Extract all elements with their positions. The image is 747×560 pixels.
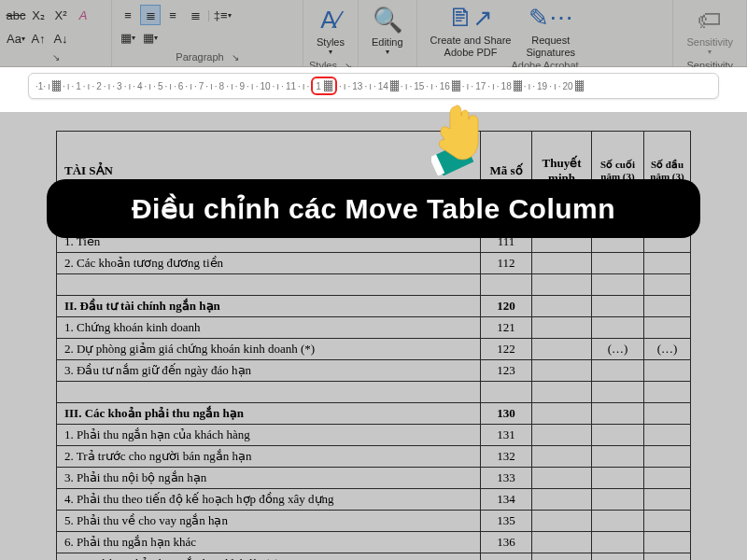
- start-cell: [644, 253, 691, 274]
- asset-cell: 1. Phải thu ngắn hạn của khách hàng: [57, 425, 481, 446]
- table-row[interactable]: 3. Đầu tư nắm giữ đến ngày đáo hạn123: [57, 360, 691, 382]
- acrobat-group: 🖹↗ Create and Share Adobe PDF ✎⋯ Request…: [417, 0, 674, 66]
- sensitivity-button[interactable]: 🏷 Sensitivity ▾: [679, 4, 740, 58]
- find-icon: 🔍: [373, 6, 402, 35]
- pointing-hand-icon: [431, 101, 487, 175]
- superscript-button[interactable]: X²: [50, 5, 71, 25]
- start-cell: [644, 489, 691, 511]
- table-row[interactable]: 1. Chứng khoán kinh doanh121: [57, 317, 691, 339]
- paragraph-group-label: Paragraph: [176, 51, 223, 63]
- asset-cell: II. Đầu tư tài chính ngắn hạn: [57, 296, 481, 317]
- code-cell: 131: [481, 425, 532, 446]
- align-center-button[interactable]: ≣: [140, 5, 161, 25]
- borders-button[interactable]: ▦▾: [140, 28, 161, 49]
- editing-button-label: Editing: [372, 36, 403, 48]
- sensitivity-button-label: Sensitivity: [686, 36, 733, 48]
- code-cell: 132: [481, 446, 532, 468]
- asset-cell: 3. Phải thu nội bộ ngắn hạn: [57, 468, 481, 489]
- spacer-row: [57, 274, 691, 296]
- horizontal-ruler[interactable]: ·1·ı·ı·1·ı·2·ı·3·ı·4·ı·5·ı·6·ı·7·ı·8·ı·9…: [28, 73, 719, 99]
- asset-cell: 2. Trả trước cho người bán ngắn hạn: [57, 446, 481, 468]
- justify-button[interactable]: ≣: [185, 5, 205, 25]
- note-cell: [532, 403, 592, 425]
- table-row[interactable]: 2. Trả trước cho người bán ngắn hạn132: [57, 446, 691, 468]
- shading-button[interactable]: ▦▾: [118, 28, 138, 49]
- note-cell: [532, 339, 592, 360]
- end-cell: [592, 511, 644, 532]
- align-right-button[interactable]: ≡: [162, 5, 183, 25]
- table-row[interactable]: 5. Phải thu về cho vay ngắn hạn135: [57, 511, 691, 532]
- signature-icon: ✎⋯: [529, 4, 573, 33]
- table-row[interactable]: 3. Phải thu nội bộ ngắn hạn133: [57, 468, 691, 489]
- font-dialog-launcher[interactable]: ↘: [52, 52, 60, 63]
- instruction-banner: Điều chỉnh các Move Table Column: [47, 179, 700, 238]
- subscript-button[interactable]: X₂: [28, 5, 49, 25]
- styles-button[interactable]: A⁄ Styles ▾: [309, 4, 352, 58]
- table-row[interactable]: III. Các khoản phải thu ngắn hạn130: [57, 403, 691, 425]
- shrink-font-button[interactable]: A↓: [50, 28, 71, 49]
- pdf-share-icon: 🖹↗: [448, 4, 493, 33]
- table-row[interactable]: 7. Dự phòng phải thu ngắn hạn khó đòi (*…: [57, 553, 691, 561]
- code-cell: 120: [481, 296, 532, 317]
- table-row[interactable]: II. Đầu tư tài chính ngắn hạn120: [57, 296, 691, 317]
- code-cell: 133: [481, 468, 532, 489]
- code-cell: 122: [481, 339, 532, 360]
- end-cell: [592, 253, 644, 274]
- sensitivity-icon: 🏷: [698, 6, 722, 35]
- grow-font-button[interactable]: A↑: [28, 28, 49, 49]
- strikethrough-button[interactable]: abc: [6, 5, 26, 25]
- paragraph-group: ≡ ≣ ≡ ≣ | ‡≡▾ ▦▾ ▦▾ Paragraph ↘: [112, 0, 303, 66]
- start-cell: [644, 446, 691, 468]
- create-pdf-label: Create and Share Adobe PDF: [430, 35, 512, 57]
- table-row[interactable]: 4. Phải thu theo tiến độ kế hoạch hợp đồ…: [57, 489, 691, 511]
- note-cell: [532, 532, 592, 553]
- editing-group: 🔍 Editing ▾: [359, 0, 417, 66]
- asset-cell: 5. Phải thu về cho vay ngắn hạn: [57, 511, 481, 532]
- start-cell: [644, 317, 691, 339]
- asset-cell: 4. Phải thu theo tiến độ kế hoạch hợp đồ…: [57, 489, 481, 511]
- note-cell: [532, 553, 592, 561]
- note-cell: [532, 296, 592, 317]
- start-cell: [644, 425, 691, 446]
- asset-cell: 6. Phải thu ngắn hạn khác: [57, 532, 481, 553]
- end-cell: [592, 532, 644, 553]
- end-cell: [592, 446, 644, 468]
- clear-formatting-button[interactable]: A: [73, 5, 93, 25]
- end-cell: [592, 468, 644, 489]
- styles-group: A⁄ Styles ▾ Styles ↘: [303, 0, 359, 66]
- ribbon: abc X₂ X² A Aa▾ A↑ A↓ ↘ ≡ ≣ ≡ ≣ | ‡≡▾ ▦▾…: [0, 0, 747, 67]
- code-cell: 135: [481, 511, 532, 532]
- end-cell: [592, 553, 644, 561]
- ruler-container: ·1·ı·ı·1·ı·2·ı·3·ı·4·ı·5·ı·6·ı·7·ı·8·ı·9…: [0, 67, 747, 112]
- end-cell: [592, 317, 644, 339]
- note-cell: [532, 446, 592, 468]
- code-cell: 130: [481, 403, 532, 425]
- table-row[interactable]: 2. Các khoản tương đương tiền112: [57, 253, 691, 274]
- end-cell: [592, 425, 644, 446]
- code-cell: 121: [481, 317, 532, 339]
- asset-cell: 2. Các khoản tương đương tiền: [57, 253, 481, 274]
- editing-button[interactable]: 🔍 Editing ▾: [364, 4, 411, 58]
- start-cell: [644, 296, 691, 317]
- start-cell: [644, 403, 691, 425]
- start-cell: [644, 532, 691, 553]
- request-signatures-button[interactable]: ✎⋯ Request Signatures: [518, 4, 583, 58]
- note-cell: [532, 489, 592, 511]
- table-row[interactable]: 6. Phải thu ngắn hạn khác136: [57, 532, 691, 553]
- note-cell: [532, 468, 592, 489]
- line-spacing-button[interactable]: ‡≡▾: [212, 5, 233, 25]
- code-cell: 112: [481, 253, 532, 274]
- create-pdf-button[interactable]: 🖹↗ Create and Share Adobe PDF: [423, 4, 519, 58]
- align-left-button[interactable]: ≡: [118, 5, 138, 25]
- code-cell: 136: [481, 532, 532, 553]
- font-group: abc X₂ X² A Aa▾ A↑ A↓ ↘: [0, 0, 112, 66]
- asset-cell: 2. Dự phòng giảm giá chứng khoán kinh do…: [57, 339, 481, 360]
- note-cell: [532, 511, 592, 532]
- paragraph-dialog-launcher[interactable]: ↘: [232, 52, 239, 63]
- table-row[interactable]: 2. Dự phòng giảm giá chứng khoán kinh do…: [57, 339, 691, 360]
- table-row[interactable]: 1. Phải thu ngắn hạn của khách hàng131: [57, 425, 691, 446]
- note-cell: [532, 425, 592, 446]
- change-case-button[interactable]: Aa▾: [6, 28, 26, 49]
- start-cell: [644, 511, 691, 532]
- end-cell: [592, 403, 644, 425]
